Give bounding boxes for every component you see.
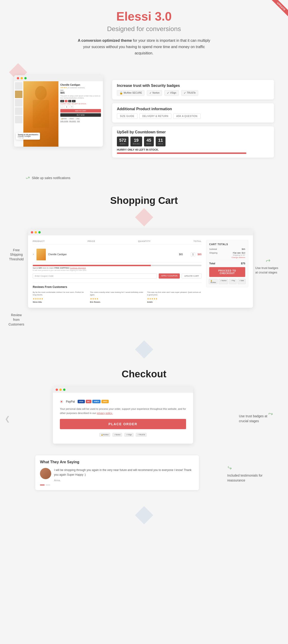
product-info-links: SIZE GUIDE DELIVERY ASK	[60, 120, 101, 122]
thumb-5	[15, 116, 23, 123]
countdown-mins: 45 MINS	[144, 136, 154, 146]
checkout-mockup: PayPal VISA MC AMEX DISC Your personal d…	[53, 387, 193, 444]
product-mockup: Chenille Cardigan ★★★★ (3 customer revie…	[14, 75, 103, 147]
hero-description: A conversion optimized theme for your st…	[74, 37, 214, 56]
sales-notification: Tommy in US purchased a Chenille Cardiga…	[16, 133, 40, 140]
section-divider-diamond-1	[0, 341, 288, 359]
shipping-bar-track	[33, 265, 201, 266]
product-info-tabs: SIZE GUIDE DELIVERY & RETURN ASK A QUEST…	[117, 114, 269, 119]
coupon-row: Enter Coupon Code APPLY COUPON UPDATE CA…	[33, 274, 201, 278]
testimonial-pagination	[40, 484, 194, 486]
cart-item-image	[37, 249, 46, 260]
countdown-secs: 11 SECS	[156, 136, 165, 146]
testimonials-layout: What They Are Saying I will be shopping …	[0, 453, 288, 504]
checkout-section-title: Checkout	[0, 359, 288, 384]
coupon-input[interactable]: Enter Coupon Code	[33, 274, 157, 278]
proceed-to-checkout-button[interactable]: PROCEED TO CHECKOUT	[209, 267, 245, 277]
product-section: Chenille Cardigan ★★★★ (3 customer revie…	[0, 66, 288, 167]
thumb-1	[15, 82, 23, 90]
cart-layout: FreeShippingThreshold ReviewfromCustomer…	[0, 227, 288, 341]
reviews-section: Reviews From Customers By far the most c…	[33, 282, 201, 303]
reviews-from-customers-label: ReviewfromCustomers	[7, 313, 26, 327]
countdown-days: 572 DAYS	[117, 136, 129, 146]
svg-rect-1	[33, 100, 49, 128]
thumb-2	[15, 90, 23, 98]
free-shipping-progress: Spend $35 more to reach FREE SHIPPING! C…	[33, 265, 201, 271]
cart-mockup: PRODUCT PRICE QUANTITY TOTAL × Chenille …	[28, 229, 253, 308]
free-shipping-threshold-label: FreeShippingThreshold	[7, 248, 26, 262]
cart-section-title: Shopping Cart	[0, 186, 288, 211]
window-dot-yellow	[21, 77, 23, 80]
thumb-3	[15, 99, 23, 106]
checkout-trust-badges: 🔒McAfee ✓Norton ✓VSign ✓TRUSTe	[60, 433, 186, 437]
testimonial-content: I will be shopping through you again in …	[54, 468, 194, 482]
cart-arrow-icon: ↩	[255, 257, 281, 264]
checkout-titlebar	[53, 387, 193, 393]
discover-badge: DISC	[101, 400, 109, 403]
free-shipping-message: Spend $35 more to reach FREE SHIPPING! C…	[33, 267, 201, 269]
stock-bar	[117, 152, 246, 154]
cart-mockup-bar	[28, 229, 253, 235]
hero-title: Elessi 3.0	[5, 9, 283, 23]
cart-trust-badges: 🔒McAfee ✓Norton ✓Pay ✓Safe	[209, 279, 245, 284]
slide-notification-label: ↪ Slide up sales notifications	[26, 175, 70, 181]
cart-totals-area: CART TOTALS Subtotal $65 Shipping Flat r…	[206, 240, 248, 303]
testimonial-entry: I will be shopping through you again in …	[40, 468, 194, 482]
thumb-4	[15, 108, 23, 115]
size-selector: XS S M XL	[60, 100, 101, 102]
testimonial-right-label: ↪ Included testimonials for reassurance	[227, 455, 274, 483]
review-card-3: This was my first order and I was super …	[147, 291, 201, 303]
cart-left-labels: FreeShippingThreshold ReviewfromCustomer…	[7, 229, 26, 327]
checkout-layout: ❮ PayPal VISA	[0, 384, 288, 453]
countdown-hours: 19 HOURS	[130, 136, 142, 146]
amex-badge: AMEX	[92, 400, 101, 403]
place-order-button[interactable]: PLACE ORDER	[60, 419, 186, 429]
testimonial-avatar	[40, 468, 51, 479]
checkout-right-label: ↩ Use trust badges at crucial stages	[239, 387, 274, 424]
update-ribbon: UPDATE	[269, 0, 288, 19]
reviews-grid: By far the most comfortable clothes I've…	[33, 291, 201, 303]
payment-method-row: PayPal VISA MC AMEX DISC	[60, 400, 186, 403]
payment-cards: VISA MC AMEX DISC	[78, 400, 109, 403]
testimonial-box: What They Are Saying I will be shopping …	[35, 455, 199, 490]
cart-main-row: PRODUCT PRICE QUANTITY TOTAL × Chenille …	[33, 240, 248, 303]
paypal-radio[interactable]	[60, 400, 63, 403]
svg-point-0	[35, 86, 47, 100]
review-card-2: The colors exactly what I was looking fo…	[90, 291, 144, 303]
hero-subtitle: Designed for conversions	[5, 25, 283, 33]
subtotal-row: Subtotal $65	[209, 248, 245, 250]
window-dot-green	[24, 77, 27, 80]
mastercard-badge: MC	[86, 400, 91, 403]
bottom-diamond-decor	[0, 504, 288, 532]
checkout-nav-arrow[interactable]: ❮	[5, 415, 10, 423]
countdown-timer: 572 DAYS 19 HOURS 45 MINS 11	[117, 136, 269, 146]
shipping-bar-fill	[33, 265, 151, 266]
hero-section: Elessi 3.0 Designed for conversions A co…	[0, 0, 288, 61]
visa-badge: VISA	[78, 400, 85, 403]
apply-coupon-button[interactable]: APPLY COUPON	[159, 274, 180, 278]
cart-right-label: ↩ Use trust badges at crucial stages	[255, 229, 281, 275]
cart-items-area: PRODUCT PRICE QUANTITY TOTAL × Chenille …	[33, 240, 201, 303]
mockup-titlebar	[14, 75, 103, 81]
cart-totals-box: CART TOTALS Subtotal $65 Shipping Flat r…	[206, 240, 248, 287]
privacy-text: Your personal data will be used to proce…	[60, 407, 186, 415]
cart-pink-diamond-decor	[0, 211, 288, 225]
product-details: Chenille Cardigan ★★★★ (3 customer revie…	[59, 81, 103, 147]
total-row: Total $75	[209, 260, 245, 265]
cart-inner: PRODUCT PRICE QUANTITY TOTAL × Chenille …	[28, 235, 253, 308]
window-dot-red	[17, 77, 19, 80]
product-info-box: Additional Product information SIZE GUID…	[112, 103, 274, 122]
security-badges-box: Increase trust with Security badges 🔒McA…	[112, 80, 274, 100]
update-cart-button[interactable]: UPDATE CART	[182, 274, 201, 278]
testimonial-arrow-icon: ↪	[226, 464, 233, 472]
review-card-1: By far the most comfortable clothes I've…	[33, 291, 87, 303]
feature-boxes: Increase trust with Security badges 🔒McA…	[112, 75, 274, 158]
shipping-row: Shipping Flat rate: $10 Shipping to NY C…	[209, 252, 245, 258]
cart-item-row: × Chenille Cardigan $65 1 $65	[33, 247, 201, 262]
product-trust-badges: 🔒McAfee ✓Norton ✓Pay	[60, 118, 101, 120]
countdown-hurry-text: HURRY! ONLY 40 LEFT IN STOCK.	[117, 148, 269, 151]
countdown-box: UpSell by Countdown timer 572 DAYS 19 HO…	[112, 126, 274, 158]
checkout-form: PayPal VISA MC AMEX DISC Your personal d…	[53, 393, 193, 444]
security-badges-list: 🔒McAfee SECURE ✓Norton ✓VSign ✓TRUSTe	[117, 90, 269, 96]
cart-table-header: PRODUCT PRICE QUANTITY TOTAL	[33, 240, 201, 244]
